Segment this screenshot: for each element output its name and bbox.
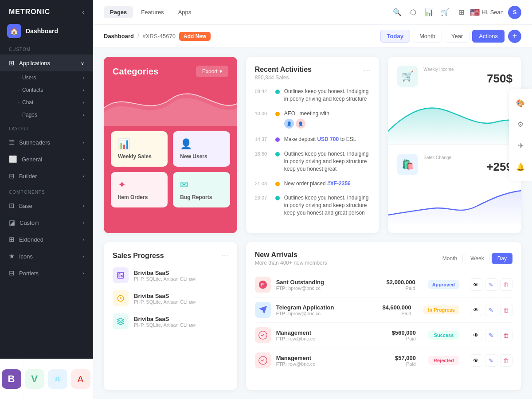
sales-change-amount: +259 [423,160,512,174]
grid-icon[interactable]: ⊞ [454,5,468,20]
framework-vue[interactable]: V [23,359,46,399]
avatar: 👤 [296,119,305,129]
applications-submenu: - Users › - Contacts › - Chat › - Pages … [0,71,93,121]
arrivals-actions: 👁 ✎ 🗑 [470,278,512,291]
sidebar-item-portlets[interactable]: ⊟ Portlets › [0,265,93,282]
arrivals-paid: Paid [392,336,416,341]
status-badge: Approved [428,280,459,289]
status-badge: Rejected [428,356,459,365]
sidebar-item-builder[interactable]: ⊟ Builder › [0,168,93,184]
sidebar-item-base[interactable]: ⊡ Base › [0,197,93,214]
categories-header: Categories Export ▾ [104,57,237,77]
user-avatar[interactable]: S [508,6,521,19]
view-icon[interactable]: 👁 [470,304,482,316]
tab-month[interactable]: Month [437,253,463,264]
sidebar-item-pages[interactable]: - Pages › [18,109,93,121]
sidebar-item-users[interactable]: - Users › [18,71,93,84]
sidebar-logo: METRONIC ‹ [0,0,93,24]
tab-week[interactable]: Week [465,253,489,264]
month-button[interactable]: Month [413,30,442,43]
edit-icon[interactable]: ✎ [485,354,497,367]
svg-marker-7 [258,306,266,314]
today-button[interactable]: Today [380,30,410,43]
app-ftp: FTP: bprow@bnc.cc [276,286,324,291]
sidebar-item-extended[interactable]: ⊞ Extended › [0,231,93,248]
brand-name: METRONIC [9,8,50,16]
settings-icon[interactable]: ⚙ [513,117,528,131]
language-flag[interactable]: 🇺🇸 [470,8,480,17]
tab-apps[interactable]: Apps [172,6,198,18]
view-icon[interactable]: 👁 [470,329,482,341]
sp-item-desc: PHP, SQLite, Artisan CLI мм [134,276,228,282]
export-button[interactable]: Export ▾ [196,66,228,77]
income-card: 🛒 Weekly Income 750$ [388,57,521,233]
arrivals-amount: $560,000 [392,329,416,336]
activity-time: 16:50 [255,151,271,156]
delete-icon[interactable]: 🗑 [500,304,512,316]
framework-react[interactable]: ⚛ [46,359,69,399]
activity-time: 23:07 [255,195,271,200]
edit-icon[interactable]: ✎ [485,304,497,316]
cart-icon[interactable]: 🛒 [438,5,452,20]
delete-icon[interactable]: 🗑 [500,354,512,367]
sidebar-collapse-icon[interactable]: ‹ [82,8,84,16]
cat-tile-item-orders[interactable]: ✦ Item Orders [111,172,168,207]
sidebar-item-label: Chat [22,99,33,106]
cat-tile-bug-reports[interactable]: ✉ Bug Reports [173,172,230,207]
arrivals-app-info: Telegram Application FTP: bprow@bnc.cc [276,304,334,316]
tab-pages[interactable]: Pages [104,6,133,18]
cat-tile-weekly-sales[interactable]: 📊 Weekly Sales [111,131,168,167]
cat-tile-new-users[interactable]: 👤 New Users [173,131,230,167]
app-icon [255,352,271,368]
categories-wave-chart [104,82,237,126]
notification-icon[interactable]: 🔔 [513,160,528,174]
send-icon[interactable]: ✈ [513,138,528,153]
view-icon[interactable]: 👁 [470,278,482,291]
activity-dot [275,182,280,186]
framework-bootstrap[interactable]: B [0,359,23,399]
edit-icon[interactable]: ✎ [485,278,497,291]
tab-day[interactable]: Day [492,253,512,264]
view-icon[interactable]: 👁 [470,354,482,367]
sidebar-item-chat[interactable]: - Chat › [18,96,93,109]
breadcrumb-ticket-id: #XRS-45670 [143,33,176,39]
svg-rect-2 [121,275,122,277]
sidebar-item-contacts[interactable]: - Contacts › [18,84,93,96]
activity-time: 14:37 [255,137,271,142]
framework-angular[interactable]: A [69,359,92,399]
breadcrumb-dashboard: Dashboard [104,33,134,39]
app-icon [255,327,271,343]
sales-icon: 🛍️ [397,154,418,175]
activities-menu-icon[interactable]: ··· [364,66,370,75]
network-icon[interactable]: ⬡ [406,5,420,20]
delete-icon[interactable]: 🗑 [500,278,512,291]
sp-item-icon [113,290,129,306]
sidebar-item-custom[interactable]: ◪ Custom › [0,214,93,231]
add-button[interactable]: + [508,30,521,43]
sidebar-item-label: Subheaders [19,139,50,146]
sidebar-item-icons[interactable]: ★ Icons › [0,248,93,265]
arrivals-amount: $2,000,000 [387,279,415,286]
orders-icon: ✦ [118,179,126,191]
activity-item: 23:07 Outlines keep you honest. Indulgin… [255,194,371,216]
edit-icon[interactable]: ✎ [485,329,497,341]
add-new-button[interactable]: Add New [179,32,211,41]
sidebar-item-subheaders[interactable]: ☰ Subheaders › [0,134,93,151]
chart-icon[interactable]: 📊 [422,5,436,20]
search-icon[interactable]: 🔍 [390,5,404,20]
sidebar-item-label: Applications [19,60,50,66]
year-button[interactable]: Year [445,30,469,43]
actions-button[interactable]: Actions [472,30,505,43]
sales-progress-menu-icon[interactable]: ··· [222,251,228,260]
sidebar-item-applications[interactable]: ⊞ Applications ∨ [0,55,93,71]
sidebar-item-label: Extended [19,236,43,243]
chevron-down-icon: ∨ [81,60,84,66]
delete-icon[interactable]: 🗑 [500,329,512,341]
tab-features[interactable]: Features [135,6,170,18]
chevron-right-icon: › [82,173,84,179]
arrivals-row: Management FTP: row@bnc.cc $560,000 Paid… [255,323,512,348]
sidebar-item-general[interactable]: ⬜ General › [0,151,93,168]
chevron-right-icon: › [82,112,84,117]
activity-text: Make deposit USD 700 to ESL [284,136,356,143]
color-icon[interactable]: 🎨 [513,96,528,110]
